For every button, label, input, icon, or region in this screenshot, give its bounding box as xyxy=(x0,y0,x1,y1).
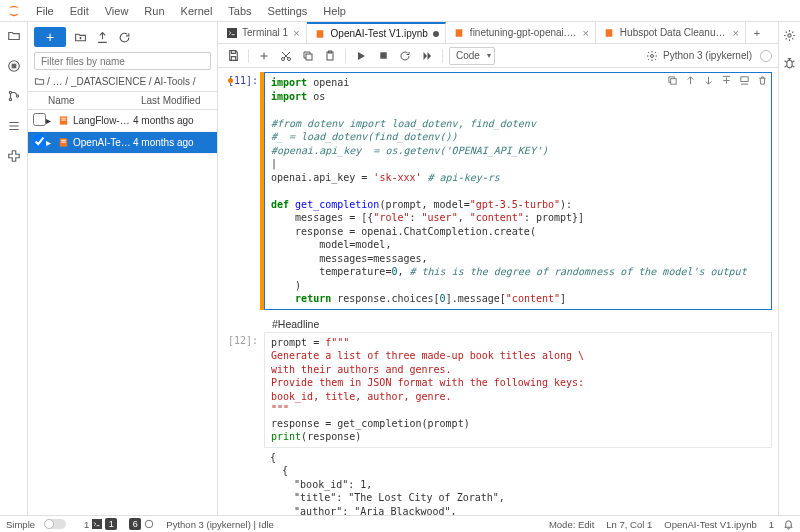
code-cell[interactable]: [11]: import openai import os #from do xyxy=(224,72,772,310)
col-name[interactable]: Name xyxy=(42,92,137,109)
refresh-icon[interactable] xyxy=(116,29,132,45)
svg-rect-26 xyxy=(92,519,102,529)
tab-openai[interactable]: OpenAI-Test V1.ipynb xyxy=(307,22,446,43)
close-icon[interactable]: × xyxy=(732,27,738,39)
row-checkbox[interactable] xyxy=(33,113,46,126)
run-icon[interactable] xyxy=(352,47,370,65)
svg-point-4 xyxy=(16,95,18,97)
svg-rect-7 xyxy=(61,120,66,121)
svg-point-21 xyxy=(651,54,654,57)
move-up-icon[interactable] xyxy=(684,74,696,86)
terminal-icon xyxy=(226,27,237,38)
toggle-icon[interactable] xyxy=(44,519,66,529)
bell-icon[interactable] xyxy=(782,518,794,530)
breadcrumb[interactable]: / … / _DATASCIENCE / AI-Tools / xyxy=(28,74,217,91)
svg-rect-1 xyxy=(12,64,16,68)
paste-icon[interactable] xyxy=(321,47,339,65)
dirty-cell-icon xyxy=(228,78,233,83)
notebook-icon xyxy=(315,28,326,39)
markdown-cell[interactable]: #Headline xyxy=(224,316,772,332)
status-bar: Simple 11 6 Python 3 (ipykernel) | Idle … xyxy=(0,515,800,532)
status-simple[interactable]: Simple xyxy=(6,519,72,530)
menu-tabs[interactable]: Tabs xyxy=(220,5,259,17)
insert-below-icon[interactable] xyxy=(738,74,750,86)
status-terminals[interactable]: 11 xyxy=(84,518,117,530)
folder-icon[interactable] xyxy=(6,28,22,44)
cell-type-select[interactable]: Code xyxy=(449,47,495,65)
svg-point-2 xyxy=(9,91,11,93)
right-sidebar xyxy=(778,22,800,515)
code-editor[interactable]: import openai import os #from dotenv imp… xyxy=(264,72,772,310)
file-list-header: Name Last Modified xyxy=(28,91,217,110)
insert-above-icon[interactable] xyxy=(720,74,732,86)
row-checkbox[interactable] xyxy=(33,135,46,148)
insert-cell-icon[interactable] xyxy=(255,47,273,65)
cut-icon[interactable] xyxy=(277,47,295,65)
notebook-icon xyxy=(56,114,70,128)
file-filter-input[interactable] xyxy=(34,52,211,70)
close-icon[interactable]: × xyxy=(582,27,588,39)
file-name: LangFlow-Test-V1.ipynb xyxy=(73,115,133,126)
menu-settings[interactable]: Settings xyxy=(260,5,316,17)
running-icon[interactable] xyxy=(6,58,22,74)
debugger-icon[interactable] xyxy=(783,56,797,70)
input-prompt: [12]: xyxy=(228,335,258,346)
code-editor[interactable]: prompt = f""" Generate a list of three m… xyxy=(264,332,772,448)
notebook-body[interactable]: [11]: import openai import os #from do xyxy=(218,68,778,515)
menu-view[interactable]: View xyxy=(97,5,137,17)
menu-run[interactable]: Run xyxy=(136,5,172,17)
new-folder-icon[interactable] xyxy=(72,29,88,45)
svg-point-24 xyxy=(788,33,791,36)
new-tab-button[interactable]: + xyxy=(746,22,768,43)
status-mode: Mode: Edit xyxy=(549,519,594,530)
status-kernel-label[interactable]: Python 3 (ipykernel) | Idle xyxy=(166,519,274,530)
copy-icon[interactable] xyxy=(299,47,317,65)
git-icon[interactable] xyxy=(6,88,22,104)
upload-icon[interactable] xyxy=(94,29,110,45)
kernel-status-icon[interactable] xyxy=(760,50,772,62)
cell-collapser[interactable] xyxy=(260,72,264,310)
menu-bar: File Edit View Run Kernel Tabs Settings … xyxy=(0,0,800,22)
caret-icon: ▸ xyxy=(46,115,56,126)
svg-point-27 xyxy=(146,520,154,528)
status-kernels[interactable]: 6 xyxy=(129,518,154,530)
svg-rect-20 xyxy=(380,52,386,58)
tab-label: Hubspot Data Cleanup V3.i xyxy=(620,27,728,38)
new-launcher-button[interactable]: + xyxy=(34,27,66,47)
interrupt-icon[interactable] xyxy=(374,47,392,65)
property-inspector-icon[interactable] xyxy=(783,28,797,42)
notebook-icon xyxy=(604,27,615,38)
file-browser: + / … / _DATASCIENCE / AI-Tools / Name L… xyxy=(28,22,218,515)
menu-edit[interactable]: Edit xyxy=(62,5,97,17)
menu-file[interactable]: File xyxy=(28,5,62,17)
code-cell[interactable]: [12]: prompt = f""" Generate a list of t… xyxy=(224,332,772,516)
delete-cell-icon[interactable] xyxy=(756,74,768,86)
kernel-name[interactable]: Python 3 (ipykernel) xyxy=(663,50,756,61)
svg-rect-14 xyxy=(606,29,613,37)
duplicate-icon[interactable] xyxy=(666,74,678,86)
menu-kernel[interactable]: Kernel xyxy=(173,5,221,17)
menu-help[interactable]: Help xyxy=(315,5,354,17)
tab-hubspot[interactable]: Hubspot Data Cleanup V3.i × xyxy=(596,22,746,43)
tab-terminal[interactable]: Terminal 1 × xyxy=(218,22,307,43)
svg-rect-23 xyxy=(740,76,747,81)
tab-finetuning[interactable]: finetuning-gpt-openai.ipyn × xyxy=(446,22,596,43)
dirty-indicator-icon xyxy=(433,31,439,37)
gear-icon[interactable] xyxy=(645,49,659,63)
svg-rect-13 xyxy=(456,29,463,37)
save-icon[interactable] xyxy=(224,47,242,65)
status-file: OpenAI-Test V1.ipynb xyxy=(664,519,756,530)
cell-output: { { "book_id": 1, "title": "The Lost Cit… xyxy=(264,448,772,516)
restart-run-all-icon[interactable] xyxy=(418,47,436,65)
col-modified[interactable]: Last Modified xyxy=(137,92,217,109)
extension-icon[interactable] xyxy=(6,148,22,164)
notebook-icon xyxy=(454,27,465,38)
move-down-icon[interactable] xyxy=(702,74,714,86)
main-area: Terminal 1 × OpenAI-Test V1.ipynb finetu… xyxy=(218,22,778,515)
close-icon[interactable]: × xyxy=(293,27,299,39)
restart-icon[interactable] xyxy=(396,47,414,65)
toc-icon[interactable] xyxy=(6,118,22,134)
file-modified: 4 months ago xyxy=(133,137,213,148)
file-row[interactable]: ▸ LangFlow-Test-V1.ipynb 4 months ago xyxy=(28,110,217,132)
file-row[interactable]: ▸ OpenAI-Test V1.ipynb 4 months ago xyxy=(28,132,217,154)
